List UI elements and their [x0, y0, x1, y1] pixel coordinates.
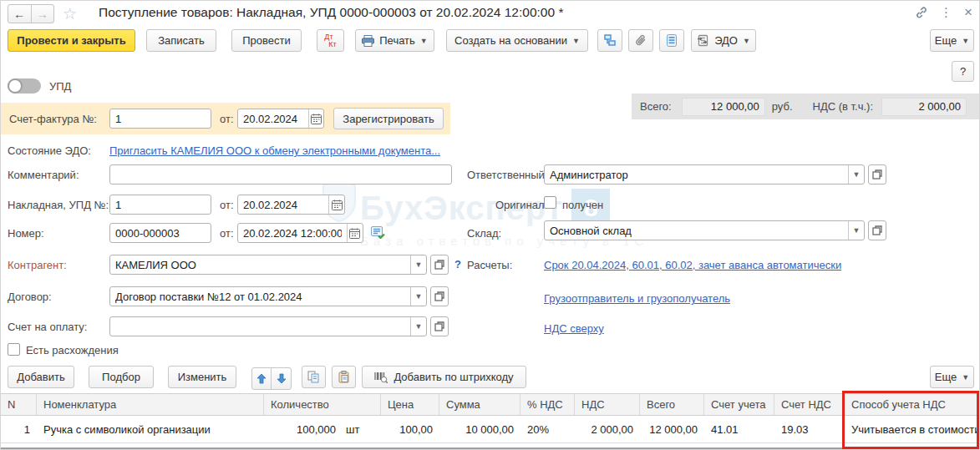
edit-button[interactable]: Изменить — [168, 366, 236, 388]
post-and-close-button[interactable]: Провести и закрыть — [8, 29, 135, 52]
contract-label: Договор: — [8, 291, 52, 303]
col-vat-rate[interactable]: % НДС — [520, 394, 575, 415]
document-datetime-field[interactable] — [237, 223, 363, 243]
dropdown-arrow-icon[interactable]: ▼ — [848, 221, 864, 240]
cell-price[interactable]: 100,00 — [381, 416, 439, 442]
window-menu-icon[interactable]: ⋮ — [940, 4, 952, 21]
table-more-button[interactable]: Еще▼ — [930, 366, 974, 388]
settlements-label: Расчеты: — [467, 259, 512, 271]
payment-account-field[interactable]: ▼ — [109, 316, 427, 336]
open-warehouse-button[interactable] — [868, 220, 886, 240]
cell-vat[interactable]: 2 000,00 — [575, 416, 640, 442]
help-button[interactable]: ? — [952, 61, 974, 82]
add-row-button[interactable]: Добавить — [8, 366, 74, 388]
post-button[interactable]: Провести — [231, 29, 302, 52]
open-contractor-button[interactable] — [430, 255, 449, 275]
warehouse-field[interactable]: ▼ — [544, 220, 865, 240]
document-window: БухЭксперт 8 База ответов по учёту в 1С … — [0, 0, 980, 450]
dropdown-arrow-icon[interactable]: ▼ — [410, 317, 426, 336]
warehouse-label: Склад: — [467, 227, 501, 240]
copy-link-icon[interactable] — [915, 4, 928, 21]
cell-sum[interactable]: 10 000,00 — [439, 416, 520, 442]
waybill-number-field[interactable] — [109, 195, 211, 215]
nav-history-group: ← → — [8, 4, 54, 23]
vat-mode-link[interactable]: НДС сверху — [544, 322, 604, 335]
move-down-icon[interactable] — [272, 368, 291, 389]
forward-button[interactable]: → — [32, 5, 54, 23]
responsible-field[interactable]: ▼ — [544, 164, 865, 185]
col-account[interactable]: Счет учета — [704, 394, 774, 415]
caret-down-icon: ▼ — [962, 373, 969, 382]
calendar-icon[interactable] — [308, 109, 323, 128]
upd-toggle[interactable] — [8, 78, 41, 94]
original-received-label: получен — [562, 199, 603, 211]
caret-down-icon: ▼ — [743, 37, 750, 45]
discrepancy-checkbox[interactable] — [8, 343, 20, 356]
number-field[interactable] — [109, 223, 211, 243]
copy-rows-button[interactable] — [302, 366, 326, 388]
dropdown-arrow-icon[interactable]: ▼ — [848, 165, 864, 184]
structure-icon — [603, 34, 617, 47]
cell-vat-rate[interactable]: 20% — [520, 416, 575, 442]
back-button[interactable]: ← — [8, 5, 32, 23]
calendar-icon[interactable] — [328, 195, 344, 214]
caret-down-icon: ▼ — [572, 37, 580, 45]
dropdown-arrow-icon[interactable]: ▼ — [410, 287, 426, 306]
calendar-icon[interactable] — [347, 224, 363, 242]
save-button[interactable]: Записать — [146, 29, 216, 52]
cell-vat-method[interactable]: Учитывается в стоимости — [845, 416, 980, 442]
col-sum[interactable]: Сумма — [439, 394, 520, 415]
document-structure-button[interactable] — [597, 29, 622, 52]
original-received-checkbox[interactable] — [544, 196, 556, 209]
create-based-on-button[interactable]: Создать на основании▼ — [446, 29, 588, 52]
settlements-link[interactable]: Срок 20.04.2024, 60.01, 60.02, зачет ава… — [544, 259, 841, 271]
col-n[interactable]: N — [1, 394, 37, 415]
col-nomenclature[interactable]: Номенклатура — [37, 394, 264, 415]
more-button[interactable]: Еще▼ — [930, 29, 974, 52]
col-total[interactable]: Всего — [640, 394, 704, 415]
table-row[interactable]: 1 Ручка с символикой организации 100,000… — [1, 416, 980, 443]
cell-qty[interactable]: 100,000 шт — [264, 416, 381, 442]
col-price[interactable]: Цена — [381, 394, 439, 415]
close-icon[interactable]: × — [964, 4, 972, 21]
contractor-help-icon[interactable]: ? — [454, 258, 461, 271]
pick-button[interactable]: Подбор — [89, 366, 154, 388]
favorite-star-icon[interactable]: ☆ — [63, 4, 77, 23]
cell-total[interactable]: 12 000,00 — [640, 416, 704, 442]
related-documents-button[interactable] — [659, 29, 684, 52]
dt-kt-button[interactable]: ДтКт — [317, 29, 344, 52]
contract-field[interactable]: ▼ — [109, 286, 427, 306]
items-table: N Номенклатура Количество Цена Сумма % Н… — [1, 393, 980, 443]
edo-button[interactable]: ЭДО▼ — [691, 29, 756, 52]
print-button[interactable]: Печать▼ — [355, 29, 434, 52]
waybill-date-field[interactable] — [237, 195, 345, 215]
invoice-date-field[interactable] — [237, 109, 324, 129]
col-vat-method[interactable]: Способ учета НДС — [845, 394, 980, 415]
consignor-link[interactable]: Грузоотправитель и грузополучатель — [544, 292, 730, 305]
cell-vat-account[interactable]: 19.03 — [774, 416, 845, 442]
cell-unit: шт — [346, 423, 359, 436]
edo-invite-link[interactable]: Пригласить КАМЕЛИЯ ООО к обмену электрон… — [109, 144, 440, 157]
paste-rows-button[interactable] — [332, 366, 356, 388]
invoice-number-field[interactable] — [109, 109, 211, 129]
move-up-icon[interactable] — [252, 368, 272, 389]
payment-account-label: Счет на оплату: — [8, 321, 87, 333]
col-vat-account[interactable]: Счет НДС — [774, 394, 845, 415]
attachments-button[interactable] — [628, 29, 653, 52]
open-contract-button[interactable] — [430, 286, 449, 306]
cell-account[interactable]: 41.01 — [704, 416, 774, 442]
comment-field[interactable] — [109, 164, 452, 185]
col-vat[interactable]: НДС — [575, 394, 640, 415]
contractor-field[interactable]: ▼ — [109, 255, 427, 275]
cell-nomenclature[interactable]: Ручка с символикой организации — [37, 416, 264, 442]
set-current-date-icon[interactable] — [371, 225, 385, 241]
open-payment-account-button[interactable] — [430, 316, 449, 336]
edo-icon — [697, 34, 709, 47]
add-by-barcode-button[interactable]: Добавить по штрихкоду — [362, 366, 526, 388]
col-qty[interactable]: Количество — [264, 394, 381, 415]
invoice-number-label: Счет-фактура №: — [9, 113, 97, 125]
cell-n[interactable]: 1 — [1, 416, 37, 442]
dropdown-arrow-icon[interactable]: ▼ — [410, 255, 426, 274]
open-responsible-button[interactable] — [868, 164, 886, 185]
register-invoice-button[interactable]: Зарегистрировать — [333, 108, 444, 129]
